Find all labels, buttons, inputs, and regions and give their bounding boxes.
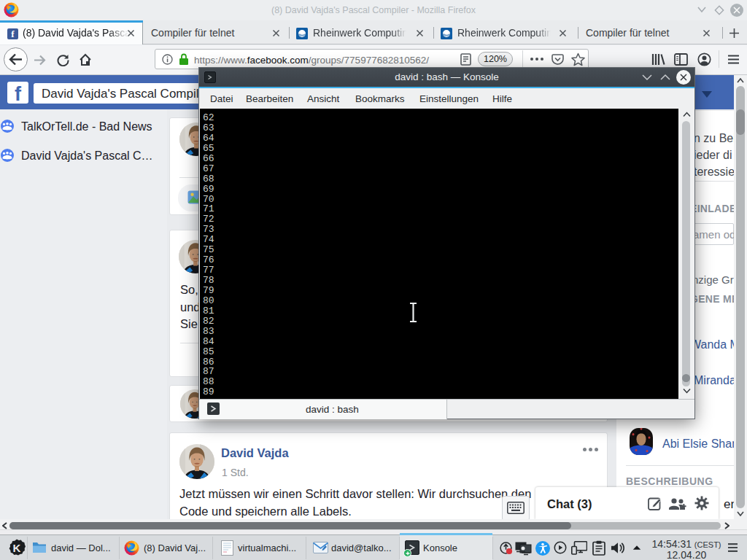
svg-text:K: K <box>13 542 21 554</box>
